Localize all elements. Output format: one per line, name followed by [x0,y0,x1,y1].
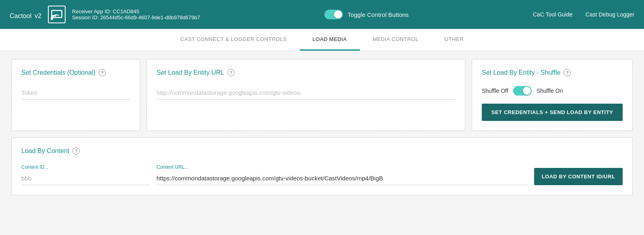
header-info: Receiver App ID: CC1AD845 Session ID: 26… [72,8,200,20]
load-content-inputs-row: Content ID... Content URL... LOAD BY CON… [21,164,623,185]
entity-url-card-title: Set Load By Entity URL ? [157,69,455,76]
logo-version: v2 [35,12,41,19]
set-credentials-send-load-button[interactable]: SET CREDENTIALS + SEND LOAD BY ENTITY [482,104,623,121]
content-url-input[interactable] [157,172,528,185]
svg-point-1 [51,18,53,20]
shuffle-card: Set Load By Entity - Shuffle ? Shuffle O… [472,59,633,131]
shuffle-toggle-thumb [523,87,531,95]
receiver-app-info: Receiver App ID: CC1AD845 [72,8,200,14]
content-url-group: Content URL... [157,164,528,185]
cast-icon [48,6,66,23]
shuffle-off-label: Shuffle Off [482,88,508,94]
content-id-group: Content ID... [21,164,150,185]
main-content: Set Credentials (Optional) ? Set Load By… [0,51,644,203]
shuffle-help-icon[interactable]: ? [564,69,571,76]
load-by-content-button[interactable]: LOAD BY CONTENT ID/URL [534,168,623,185]
top-cards-row: Set Credentials (Optional) ? Set Load By… [11,59,633,131]
tab-other[interactable]: OTHER [431,29,477,51]
tab-cast-connect[interactable]: CAST CONNECT & LOGGER CONTROLS [167,29,299,51]
entity-url-help-icon[interactable]: ? [227,69,235,76]
header-left: Cactool v2 Receiver App ID: CC1AD845 Ses… [10,6,200,23]
toggle-label: Toggle Control Buttons [348,11,409,18]
toggle-control-buttons[interactable] [324,10,343,19]
logo-name: Cactool [10,12,31,19]
tabs-bar: CAST CONNECT & LOGGER CONTROLS LOAD MEDI… [0,29,644,51]
content-id-label: Content ID... [21,164,150,170]
load-content-title: Load By Content ? [21,147,623,155]
shuffle-card-title: Set Load By Entity - Shuffle ? [482,69,623,76]
tab-load-media[interactable]: LOAD MEDIA [300,29,360,51]
session-info: Session ID: 26544d5c-66d9-4607-9de1-d8b9… [72,14,200,20]
credentials-help-icon[interactable]: ? [99,69,106,76]
tab-media-control[interactable]: MEDIA CONTROL [360,29,431,51]
entity-url-input[interactable] [157,86,455,100]
cast-svg-icon [51,8,63,20]
entity-url-card: Set Load By Entity URL ? [147,59,465,131]
content-id-input[interactable] [21,172,150,185]
shuffle-on-label: Shuffle On [537,88,563,94]
token-input[interactable] [21,86,130,100]
header-center: Toggle Control Buttons [324,10,409,19]
app-header: Cactool v2 Receiver App ID: CC1AD845 Ses… [0,0,644,29]
credentials-card: Set Credentials (Optional) ? [11,59,140,131]
header-nav: CaC Tool Guide Cast Debug Logger [533,11,634,18]
logo-text: Cactool v2 [10,8,41,21]
load-content-card: Load By Content ? Content ID... Content … [11,137,633,195]
shuffle-toggle-row: Shuffle Off Shuffle On [482,86,623,96]
credentials-card-title: Set Credentials (Optional) ? [21,69,130,76]
load-content-help-icon[interactable]: ? [72,147,80,155]
toggle-thumb [334,10,342,18]
shuffle-toggle[interactable] [513,86,532,96]
nav-guide-link[interactable]: CaC Tool Guide [533,11,573,18]
content-url-label: Content URL... [157,164,528,170]
nav-logger-link[interactable]: Cast Debug Logger [586,11,634,18]
